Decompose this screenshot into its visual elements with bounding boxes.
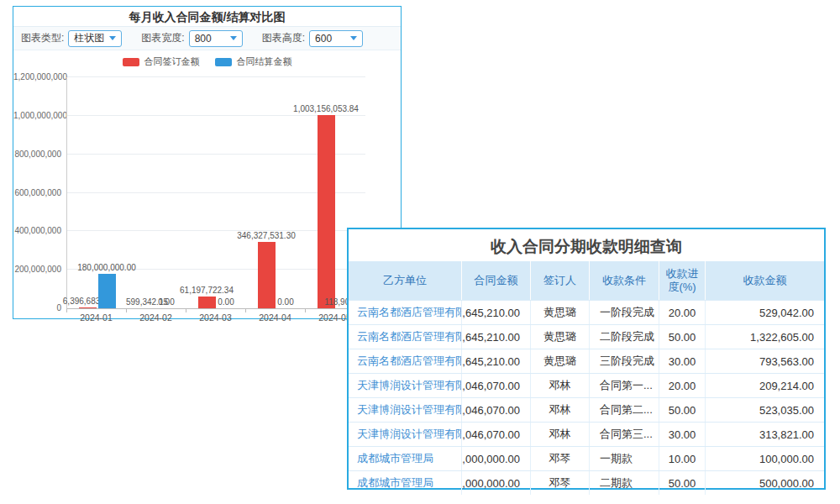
chart-controls-bar: 图表类型: 柱状图 图表宽度: 800 图表高度: 600 — [13, 26, 401, 50]
y-axis-label: 600,000,000 — [13, 188, 61, 197]
company-link[interactable]: 成都城市管理局 — [349, 471, 462, 495]
company-link[interactable]: 云南名都酒店管理有限公 — [349, 301, 462, 324]
table-cell: 黄思璐 — [531, 349, 590, 373]
table-cell: 1,046,070.00 — [462, 398, 531, 422]
company-link[interactable]: 云南名都酒店管理有限公 — [349, 325, 462, 349]
x-axis-tick — [245, 309, 246, 312]
chart-plot: 6,396,683.50599,342.1561,197,722.34346,3… — [66, 77, 365, 309]
table-cell: 1,046,070.00 — [462, 423, 531, 446]
table-row: 成都城市管理局1,000,000.00邓琴一期款10.00100,000.00 — [349, 446, 824, 470]
gridline — [67, 76, 365, 77]
table-cell: 邓林 — [531, 374, 590, 397]
table-cell: 合同第三... — [590, 423, 659, 446]
table-cell: 50.00 — [659, 325, 706, 349]
table-cell: 20.00 — [659, 301, 706, 324]
table-cell: 三阶段完成 — [590, 349, 659, 373]
header-cell: 收款金额 — [706, 261, 824, 300]
bar — [198, 297, 216, 308]
y-axis-label: 200,000,000 — [13, 265, 61, 274]
chevron-down-icon — [109, 36, 116, 40]
table-cell: 500,000.00 — [706, 471, 824, 495]
table-row: 云南名都酒店管理有限公2,645,210.00黄思璐二阶段完成50.001,32… — [349, 324, 824, 349]
table-row: 天津博润设计管理有限公1,046,070.00邓林合同第二...50.00523… — [349, 397, 824, 422]
chart-type-value: 柱状图 — [74, 31, 104, 45]
y-axis-label: 400,000,000 — [13, 226, 61, 235]
legend-item[interactable]: 合同签订金额 — [123, 55, 200, 68]
chart-height-value: 600 — [315, 33, 332, 45]
table-cell: 30.00 — [659, 349, 706, 373]
legend-swatch — [215, 58, 232, 66]
chart-panel-title: 每月收入合同金额/结算对比图 — [13, 7, 401, 26]
table-cell: 2,645,210.00 — [462, 301, 531, 324]
table-cell: 50.00 — [659, 398, 706, 422]
legend-label: 合同签订金额 — [144, 55, 200, 68]
table-cell: 793,563.00 — [706, 349, 824, 373]
table-cell: 1,046,070.00 — [462, 374, 531, 397]
y-axis-label: 1,200,000,000 — [13, 72, 61, 81]
chart-type-select[interactable]: 柱状图 — [68, 30, 122, 47]
x-axis-label: 2024-02 — [127, 312, 186, 323]
bar-value-label: 180,000,000.00 — [77, 263, 136, 272]
chart-legend: 合同签订金额合同结算金额 — [13, 55, 401, 68]
chart-width-label: 图表宽度: — [141, 31, 184, 45]
table-cell: 10.00 — [659, 447, 706, 470]
chart-width-select[interactable]: 800 — [189, 30, 243, 47]
company-link[interactable]: 成都城市管理局 — [349, 447, 462, 470]
table-cell: 1,000,000.00 — [462, 471, 531, 495]
table-cell: 50.00 — [659, 471, 706, 495]
table-header-row: 乙方单位合同金额签订人收款条件收款进度(%)收款金额 — [349, 261, 824, 300]
chart-height-select[interactable]: 600 — [309, 30, 363, 47]
table-cell: 100,000.00 — [706, 447, 824, 470]
header-cell: 签订人 — [531, 261, 590, 300]
company-link[interactable]: 天津博润设计管理有限公 — [349, 423, 462, 446]
table-row: 天津博润设计管理有限公1,046,070.00邓林合同第三...30.00313… — [349, 422, 824, 446]
table-cell: 邓琴 — [531, 471, 590, 495]
table-cell: 313,821.00 — [706, 423, 824, 446]
table-cell: 一期款 — [590, 447, 659, 470]
table-cell: 523,035.00 — [706, 398, 824, 422]
table-cell: 1,322,605.00 — [706, 325, 824, 349]
table-panel: 收入合同分期收款明细查询 乙方单位合同金额签订人收款条件收款进度(%)收款金额 … — [347, 228, 826, 490]
chart-height-label: 图表高度: — [262, 31, 305, 45]
bar-value-label: 1,003,156,053.84 — [293, 104, 359, 113]
x-axis-label: 2024-01 — [67, 312, 126, 323]
legend-item[interactable]: 合同结算金额 — [215, 55, 292, 68]
bar-value-label: 61,197,722.34 — [180, 286, 234, 295]
header-cell: 乙方单位 — [349, 261, 462, 300]
x-axis-tick — [305, 309, 306, 312]
y-axis-label: 0 — [13, 303, 61, 312]
table-cell: 2,645,210.00 — [462, 325, 531, 349]
table-cell: 一阶段完成 — [590, 301, 659, 324]
table-cell: 20.00 — [659, 374, 706, 397]
table-cell: 30.00 — [659, 423, 706, 446]
bar-value-label: 0.00 — [277, 297, 293, 307]
table-cell: 合同第二... — [590, 398, 659, 422]
table-cell: 1,000,000.00 — [462, 447, 531, 470]
bar-value-label: 0.00 — [218, 297, 234, 307]
company-link[interactable]: 天津博润设计管理有限公 — [349, 398, 462, 422]
x-axis-label: 2024-03 — [186, 312, 245, 323]
table-cell: 529,042.00 — [706, 301, 824, 324]
chart-panel: 每月收入合同金额/结算对比图 图表类型: 柱状图 图表宽度: 800 图表高度:… — [13, 6, 402, 319]
company-link[interactable]: 天津博润设计管理有限公 — [349, 374, 462, 397]
company-link[interactable]: 云南名都酒店管理有限公 — [349, 349, 462, 373]
table-row: 云南名都酒店管理有限公2,645,210.00黄思璐三阶段完成30.00793,… — [349, 349, 824, 373]
x-axis-tick — [66, 309, 67, 312]
x-axis-label: 2024-04 — [246, 312, 305, 323]
bar-value-label: 0.00 — [158, 297, 174, 307]
chart-width-value: 800 — [195, 33, 212, 45]
table-cell: 2,645,210.00 — [462, 349, 531, 373]
table-body: 云南名都酒店管理有限公2,645,210.00黄思璐一阶段完成20.00529,… — [349, 300, 824, 495]
table-cell: 合同第一... — [590, 374, 659, 397]
header-cell: 合同金额 — [462, 261, 531, 300]
table-cell: 二阶段完成 — [590, 325, 659, 349]
table-cell: 邓林 — [531, 423, 590, 446]
table-cell: 二期款 — [590, 471, 659, 495]
bar — [318, 115, 335, 308]
bar — [258, 242, 276, 308]
chart-type-label: 图表类型: — [21, 31, 64, 45]
header-cell: 收款条件 — [590, 261, 659, 300]
table-title: 收入合同分期收款明细查询 — [349, 229, 824, 261]
header-cell: 收款进度(%) — [659, 261, 706, 300]
table-cell: 黄思璐 — [531, 325, 590, 349]
